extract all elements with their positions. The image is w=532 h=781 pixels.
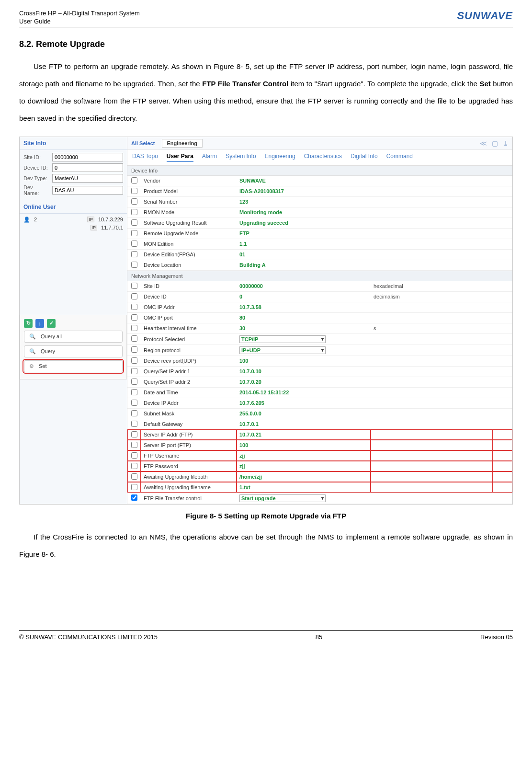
- row-checkbox[interactable]: [131, 283, 137, 289]
- row-checkbox[interactable]: [131, 209, 137, 215]
- param-extra: [371, 207, 441, 218]
- row-checkbox[interactable]: [131, 335, 137, 342]
- tab-characteristics[interactable]: Characteristics: [304, 153, 342, 162]
- device-id-label: Device ID:: [23, 165, 49, 171]
- row-checkbox[interactable]: [131, 219, 137, 226]
- dev-name-input[interactable]: [52, 186, 123, 195]
- row-checkbox[interactable]: [131, 241, 137, 247]
- table-row: OMC IP port80: [127, 312, 512, 323]
- param-value: IP+UDP▾: [237, 345, 371, 356]
- expand-icon[interactable]: ▢: [492, 139, 498, 147]
- table-row: Protocol SelectedTCP/IP▾: [127, 333, 512, 345]
- online-ip-2: 11.7.70.1: [101, 225, 123, 230]
- row-checkbox[interactable]: [131, 442, 137, 448]
- param-value: Monitoring mode: [237, 207, 371, 218]
- group-device-info: Device Info: [127, 165, 512, 176]
- header-title-line2: User Guide: [19, 18, 140, 26]
- figure-caption: Figure 8- 5 Setting up Remote Upgrade vi…: [19, 512, 513, 520]
- online-user-header: Online User: [20, 201, 127, 214]
- row-checkbox[interactable]: [131, 325, 137, 331]
- param-name: Server IP port (FTP): [141, 440, 237, 450]
- row-checkbox[interactable]: [131, 484, 137, 490]
- param-extra: [371, 196, 441, 207]
- group-network-mgmt: Network Management: [127, 271, 512, 281]
- query-button[interactable]: 🔍 Query: [24, 345, 123, 357]
- param-value: 100: [237, 356, 371, 366]
- param-name: MON Edition: [141, 239, 237, 249]
- tab-system-info[interactable]: System Info: [226, 153, 256, 162]
- row-checkbox[interactable]: [131, 251, 137, 257]
- all-select-link[interactable]: All Select: [131, 140, 155, 146]
- param-name: Product Model: [141, 186, 237, 196]
- engineering-tag[interactable]: Engineering: [162, 139, 203, 148]
- row-checkbox[interactable]: [131, 389, 137, 395]
- row-checkbox[interactable]: [131, 463, 137, 469]
- row-checkbox[interactable]: [131, 357, 137, 364]
- row-checkbox[interactable]: [131, 494, 137, 501]
- set-button[interactable]: ⚙ Set: [24, 360, 123, 372]
- download-top-icon[interactable]: ⤓: [503, 139, 509, 147]
- row-checkbox[interactable]: [131, 346, 137, 353]
- network-mgmt-table: Site ID00000000hexadecimalDevice ID0deci…: [127, 281, 512, 504]
- row-checkbox[interactable]: [131, 230, 137, 236]
- param-name: Remote Upgrade Mode: [141, 228, 237, 239]
- row-checkbox[interactable]: [131, 473, 137, 480]
- row-checkbox[interactable]: [131, 410, 137, 416]
- row-checkbox[interactable]: [131, 368, 137, 374]
- query-all-button[interactable]: 🔍 Query all: [24, 331, 123, 343]
- param-name: Heartbeat interval time: [141, 323, 237, 333]
- tab-das-topo[interactable]: DAS Topo: [132, 153, 158, 162]
- param-value: 100: [237, 440, 371, 450]
- row-checkbox[interactable]: [131, 452, 137, 459]
- table-row: Server IP Addr (FTP)10.7.0.21: [127, 429, 512, 440]
- row-checkbox[interactable]: [131, 431, 137, 437]
- param-extra: s: [371, 323, 493, 333]
- row-checkbox[interactable]: [131, 198, 137, 205]
- row-checkbox[interactable]: [131, 188, 137, 194]
- tab-user-para[interactable]: User Para: [167, 153, 193, 162]
- row-checkbox[interactable]: [131, 304, 137, 310]
- tab-digital-info[interactable]: Digital Info: [351, 153, 378, 162]
- row-checkbox[interactable]: [131, 262, 137, 268]
- table-row: Server IP port (FTP)100: [127, 440, 512, 450]
- device-id-input[interactable]: [52, 163, 123, 172]
- sidebar: Site Info Site ID: Device ID: Dev Type: …: [20, 137, 127, 504]
- tab-alarm[interactable]: Alarm: [202, 153, 217, 162]
- table-row: Query/Set IP addr 110.7.0.10: [127, 366, 512, 377]
- param-extra: [371, 482, 493, 493]
- param-value: 80: [237, 312, 371, 323]
- param-extra: [371, 398, 493, 408]
- search-icon-2: 🔍: [29, 348, 36, 355]
- tab-command[interactable]: Command: [386, 153, 413, 162]
- select-box[interactable]: Start upgrade▾: [239, 494, 326, 502]
- param-value: 0: [237, 291, 371, 302]
- dev-type-input[interactable]: [52, 174, 123, 183]
- select-box[interactable]: IP+UDP▾: [239, 346, 326, 354]
- param-extra: [371, 356, 493, 366]
- check-icon[interactable]: ✓: [47, 319, 56, 328]
- select-box[interactable]: TCP/IP▾: [239, 335, 326, 343]
- share-icon[interactable]: ≪: [480, 139, 487, 147]
- download-icon[interactable]: ↓: [35, 319, 44, 328]
- footer-right: Revision 05: [480, 633, 513, 641]
- page-header: CrossFire HP – All-Digital Transport Sys…: [19, 10, 513, 27]
- param-extra: [371, 345, 493, 356]
- row-checkbox[interactable]: [131, 177, 137, 184]
- refresh-icon[interactable]: ↻: [24, 319, 33, 328]
- set-label: Set: [39, 363, 47, 369]
- row-checkbox[interactable]: [131, 314, 137, 321]
- param-name: Serial Number: [141, 196, 237, 207]
- param-extra: [371, 377, 493, 387]
- param-name: Software Upgrading Result: [141, 218, 237, 228]
- row-checkbox[interactable]: [131, 293, 137, 299]
- param-name: FTP Username: [141, 450, 237, 461]
- param-value: SUNWAVE: [237, 176, 371, 186]
- row-checkbox[interactable]: [131, 379, 137, 385]
- row-checkbox[interactable]: [131, 421, 137, 427]
- gear-icon: ⚙: [29, 363, 34, 369]
- param-value: Building A: [237, 260, 371, 270]
- row-checkbox[interactable]: [131, 400, 137, 406]
- tab-engineering[interactable]: Engineering: [265, 153, 295, 162]
- site-id-input[interactable]: [52, 153, 123, 161]
- table-row: VendorSUNWAVE: [127, 176, 512, 186]
